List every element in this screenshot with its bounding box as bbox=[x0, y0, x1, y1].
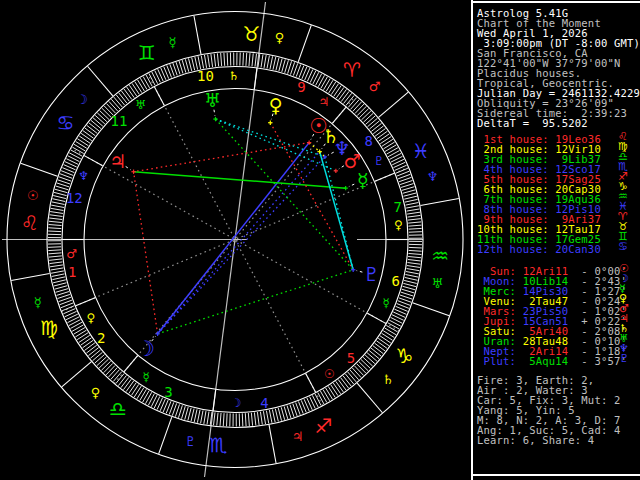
degree-tick bbox=[53, 199, 66, 202]
degree-tick bbox=[97, 113, 107, 122]
house-cusp-segment bbox=[84, 156, 102, 166]
degree-tick bbox=[85, 128, 95, 136]
degree-tick bbox=[273, 57, 276, 70]
degree-tick bbox=[223, 413, 224, 426]
sign-ruler-glyph-mars: ♂ bbox=[369, 79, 381, 94]
degree-tick bbox=[408, 259, 421, 260]
degree-tick bbox=[93, 352, 103, 360]
degree-tick bbox=[55, 286, 68, 289]
degree-tick bbox=[403, 286, 416, 289]
degree-tick bbox=[380, 137, 391, 144]
degree-tick bbox=[260, 412, 262, 425]
degree-tick bbox=[81, 133, 92, 140]
house-cusp-segment bbox=[254, 68, 257, 89]
house-row-12: 12th house: 20Can30♋ bbox=[477, 244, 639, 254]
house-cusp-text: 12th house: 20Can30 bbox=[477, 243, 601, 255]
degree-tick bbox=[403, 190, 416, 193]
degree-tick bbox=[276, 58, 279, 71]
degree-tick bbox=[51, 205, 64, 207]
degree-tick bbox=[149, 73, 155, 85]
degree-tick bbox=[387, 148, 398, 154]
degree-tick bbox=[403, 283, 416, 286]
degree-tick bbox=[104, 363, 113, 372]
degree-tick bbox=[248, 413, 249, 426]
sign-ruler-glyph-saturn: ♄ bbox=[382, 372, 394, 387]
degree-tick bbox=[71, 322, 82, 328]
house-cusp-segment bbox=[76, 298, 95, 306]
house-ruler-glyph-saturn: ♄ bbox=[228, 69, 239, 83]
degree-tick bbox=[57, 183, 69, 187]
degree-tick bbox=[74, 144, 85, 151]
house-ruler-glyph-pluto: ♇ bbox=[374, 154, 385, 168]
aspect-opposition-moon-saturn bbox=[158, 152, 320, 334]
degree-tick bbox=[402, 187, 414, 191]
degree-tick bbox=[346, 95, 354, 105]
house-number-10: 10 bbox=[197, 68, 214, 84]
degree-tick bbox=[249, 53, 250, 66]
stat-learn-share: Learn: 6, Share: 4 bbox=[477, 435, 639, 445]
degree-tick bbox=[48, 247, 61, 248]
sign-glyph-aries: ♈ bbox=[343, 58, 361, 82]
degree-tick bbox=[408, 253, 421, 254]
degree-tick bbox=[409, 250, 422, 251]
house-number-3: 3 bbox=[164, 384, 172, 400]
degree-tick bbox=[74, 328, 85, 335]
degree-tick bbox=[211, 54, 213, 67]
degree-tick bbox=[338, 380, 346, 390]
house-ruler-glyph-venus: ♀ bbox=[394, 218, 403, 232]
degree-tick bbox=[355, 366, 364, 375]
degree-tick bbox=[101, 361, 110, 370]
degree-tick bbox=[188, 408, 191, 421]
panel-top-border bbox=[471, 1, 640, 3]
degree-tick bbox=[409, 228, 422, 229]
sign-ruler-glyph-sun: ☉ bbox=[27, 188, 39, 203]
degree-tick bbox=[124, 89, 132, 99]
degree-tick bbox=[197, 410, 200, 423]
degree-tick bbox=[285, 60, 289, 72]
degree-tick bbox=[404, 193, 417, 196]
degree-tick bbox=[389, 153, 401, 159]
house-cusp-segment bbox=[367, 313, 385, 323]
degree-tick bbox=[77, 139, 88, 146]
degree-tick bbox=[51, 208, 64, 210]
degree-tick bbox=[179, 61, 183, 73]
degree-tick bbox=[263, 411, 265, 424]
degree-tick bbox=[132, 384, 139, 395]
degree-tick bbox=[51, 268, 64, 270]
wheel-planet-glyph-jupiter: ♃ bbox=[109, 150, 126, 172]
degree-tick bbox=[380, 336, 391, 343]
degree-tick bbox=[279, 59, 282, 72]
sign-boundary-line bbox=[413, 303, 450, 316]
degree-tick bbox=[371, 123, 381, 131]
degree-tick bbox=[361, 111, 370, 120]
sign-boundary-line bbox=[357, 383, 382, 413]
house-number-2: 2 bbox=[97, 330, 105, 346]
wheel-planet-glyph-pluto: ♇ bbox=[363, 263, 380, 285]
planet-pointer-line bbox=[126, 166, 131, 169]
degree-tick bbox=[404, 280, 417, 283]
degree-tick bbox=[49, 253, 62, 254]
degree-tick bbox=[148, 394, 154, 406]
degree-tick bbox=[140, 78, 147, 89]
degree-tick bbox=[267, 56, 269, 69]
house-number-1: 1 bbox=[68, 264, 76, 280]
degree-tick bbox=[406, 272, 419, 274]
degree-tick bbox=[69, 153, 81, 159]
aspect-opposition-moon-neptune bbox=[158, 157, 325, 334]
degree-tick bbox=[49, 221, 62, 222]
sign-glyph-virgo: ♍ bbox=[40, 316, 58, 340]
degree-tick bbox=[124, 379, 132, 389]
degree-tick bbox=[132, 83, 139, 94]
degree-tick bbox=[56, 289, 68, 293]
degree-tick bbox=[408, 256, 421, 257]
degree-tick bbox=[208, 55, 210, 68]
degree-tick bbox=[252, 53, 253, 66]
house-ruler-glyph-moon: ☽ bbox=[231, 396, 242, 410]
degree-tick bbox=[261, 55, 263, 68]
sign-glyph-pisces: ♓ bbox=[412, 139, 430, 163]
degree-tick bbox=[270, 56, 273, 69]
degree-tick bbox=[377, 131, 388, 139]
house-number-5: 5 bbox=[347, 350, 355, 366]
aspect-square-moon-jupiter bbox=[134, 172, 158, 334]
degree-tick bbox=[383, 331, 394, 338]
